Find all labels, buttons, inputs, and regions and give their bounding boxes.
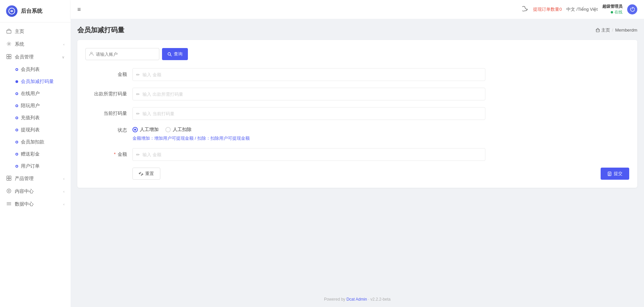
reset-button[interactable]: 重置 xyxy=(132,168,160,180)
language-switcher[interactable]: 中文 /Tiếng Việt xyxy=(566,6,598,12)
withdraw-points-input-wrap: ✏ xyxy=(132,88,485,100)
submit-button[interactable]: 提交 xyxy=(601,168,629,180)
sidebar-item-system[interactable]: 系统 ‹ xyxy=(0,38,71,51)
sidebar-item-recharge-list[interactable]: 充值列表 xyxy=(0,112,71,124)
radio-group: 人工增加 人工扣除 xyxy=(132,127,250,133)
sidebar-item-data[interactable]: 数据中心 ‹ xyxy=(0,198,71,211)
top-header: ≡ 提现订单数量0 中文 /Tiếng Việt 超级管理员 在线 xyxy=(71,0,644,19)
breadcrumb-current: Memberdm xyxy=(615,28,637,33)
status-hint-text: 金额增加：增加用户可提现金额 / 扣除：扣除用户可提现金额 xyxy=(132,136,250,141)
gift-dot xyxy=(15,153,18,156)
alert-badge[interactable]: 提现订单数量0 xyxy=(533,6,562,12)
page-header: 会员加减打码量 主页 / Memberdm xyxy=(77,26,637,35)
footer-version: · v2.2.2-beta xyxy=(367,297,391,302)
gift-label: 赠送彩金 xyxy=(21,151,40,157)
radio-add[interactable]: 人工增加 xyxy=(132,127,159,133)
app-name: 后台系统 xyxy=(21,8,42,15)
member-list-label: 会员列表 xyxy=(21,67,40,73)
form-row-status: 状态 人工增加 人工扣除 xyxy=(85,127,629,141)
svg-point-2 xyxy=(8,43,10,45)
reset-button-label: 重置 xyxy=(145,171,154,177)
current-points-input[interactable] xyxy=(143,111,482,116)
orders-dot xyxy=(15,165,18,168)
amount1-edit-icon: ✏ xyxy=(136,72,140,77)
sidebar-item-member-deduct[interactable]: 会员加扣款 xyxy=(0,136,71,148)
orders-label: 用户订单 xyxy=(21,163,40,169)
svg-rect-16 xyxy=(596,30,599,32)
content-arrow: ‹ xyxy=(63,189,65,193)
radio-deduct-circle xyxy=(165,127,171,132)
search-input-wrap xyxy=(85,48,159,60)
status-label: 状态 xyxy=(85,127,132,133)
main-card: 查询 金额 ✏ 出款所需打码量 xyxy=(77,40,637,188)
breadcrumb-home[interactable]: 主页 xyxy=(596,27,610,33)
svg-rect-1 xyxy=(7,30,11,33)
form-section: 金额 ✏ 出款所需打码量 ✏ xyxy=(85,68,629,180)
user-status: 在线 xyxy=(611,9,622,15)
withdraw-points-input[interactable] xyxy=(143,92,482,97)
sidebar-nav: 主页 系统 ‹ 会员管理 ∨ 会员列表 xyxy=(0,23,71,307)
sidebar-item-member-mgmt[interactable]: 会员管理 ∨ xyxy=(0,51,71,63)
sidebar-logo: 后台系统 xyxy=(0,0,71,23)
content-icon xyxy=(6,188,11,194)
recharge-dot xyxy=(15,117,18,119)
member-mgmt-arrow: ∨ xyxy=(62,55,65,59)
svg-point-12 xyxy=(8,190,9,192)
power-button[interactable] xyxy=(627,4,637,14)
product-arrow: ‹ xyxy=(63,177,65,181)
member-mgmt-label: 会员管理 xyxy=(15,54,58,60)
required-marker: * xyxy=(114,151,116,157)
sidebar: 后台系统 主页 系统 ‹ 会员管理 xyxy=(0,0,71,307)
data-icon xyxy=(6,201,11,207)
footer-link[interactable]: Dcat Admin xyxy=(347,297,367,302)
sidebar-item-product[interactable]: 产品管理 ‹ xyxy=(0,172,71,185)
sidebar-item-content[interactable]: 内容中心 ‹ xyxy=(0,185,71,198)
svg-rect-9 xyxy=(7,178,9,180)
action-row: 重置 提交 xyxy=(85,168,629,180)
theme-toggle[interactable] xyxy=(522,6,528,13)
radio-add-label: 人工增加 xyxy=(140,127,159,133)
companion-dot xyxy=(15,104,18,107)
main-wrapper: ≡ 提现订单数量0 中文 /Tiếng Việt 超级管理员 在线 会员 xyxy=(71,0,644,307)
svg-rect-4 xyxy=(9,54,11,56)
current-points-input-wrap: ✏ xyxy=(132,107,485,120)
member-points-label: 会员加减打码量 xyxy=(21,79,54,85)
svg-rect-5 xyxy=(7,57,9,59)
search-button[interactable]: 查询 xyxy=(162,48,188,60)
menu-toggle[interactable]: ≡ xyxy=(77,6,81,13)
breadcrumb: 主页 / Memberdm xyxy=(596,27,637,33)
search-button-label: 查询 xyxy=(174,51,183,57)
sidebar-item-online-users[interactable]: 在线用户 xyxy=(0,88,71,100)
sidebar-item-user-orders[interactable]: 用户订单 xyxy=(0,160,71,172)
svg-line-19 xyxy=(170,55,172,56)
amount1-label: 金额 xyxy=(85,72,132,78)
amount1-input[interactable] xyxy=(143,72,482,77)
footer: Powered by Dcat Admin · v2.2.2-beta xyxy=(71,292,644,307)
user-info: 超级管理员 在线 xyxy=(602,4,622,15)
form-row-withdraw-points: 出款所需打码量 ✏ xyxy=(85,88,629,100)
person-icon xyxy=(89,51,94,57)
svg-rect-7 xyxy=(7,176,9,178)
form-row-amount1: 金额 ✏ xyxy=(85,68,629,81)
sidebar-item-withdraw-list[interactable]: 提现列表 xyxy=(0,124,71,136)
form-row-amount2: * 金额 ✏ xyxy=(85,148,629,161)
home-label: 主页 xyxy=(15,29,65,35)
breadcrumb-home-label: 主页 xyxy=(601,27,610,33)
data-center-label: 数据中心 xyxy=(15,201,60,207)
sidebar-item-member-points[interactable]: 会员加减打码量 xyxy=(0,76,71,88)
companion-label: 陪玩用户 xyxy=(21,103,40,109)
amount2-label: * 金额 xyxy=(85,151,132,158)
search-input[interactable] xyxy=(96,52,156,57)
radio-deduct[interactable]: 人工扣除 xyxy=(165,127,192,133)
svg-point-17 xyxy=(91,52,92,54)
sidebar-item-home[interactable]: 主页 xyxy=(0,25,71,38)
amount2-input[interactable] xyxy=(143,152,482,157)
svg-point-11 xyxy=(7,189,11,193)
sidebar-item-gift-bonus[interactable]: 赠送彩金 xyxy=(0,148,71,160)
current-points-label: 当前打码量 xyxy=(85,111,132,117)
product-icon xyxy=(6,176,11,182)
sidebar-item-member-list[interactable]: 会员列表 xyxy=(0,63,71,76)
status-hint: 金额增加：增加用户可提现金额 / 扣除：扣除用户可提现金额 xyxy=(132,135,250,141)
sidebar-item-companion-users[interactable]: 陪玩用户 xyxy=(0,100,71,112)
member-points-dot xyxy=(15,80,18,83)
